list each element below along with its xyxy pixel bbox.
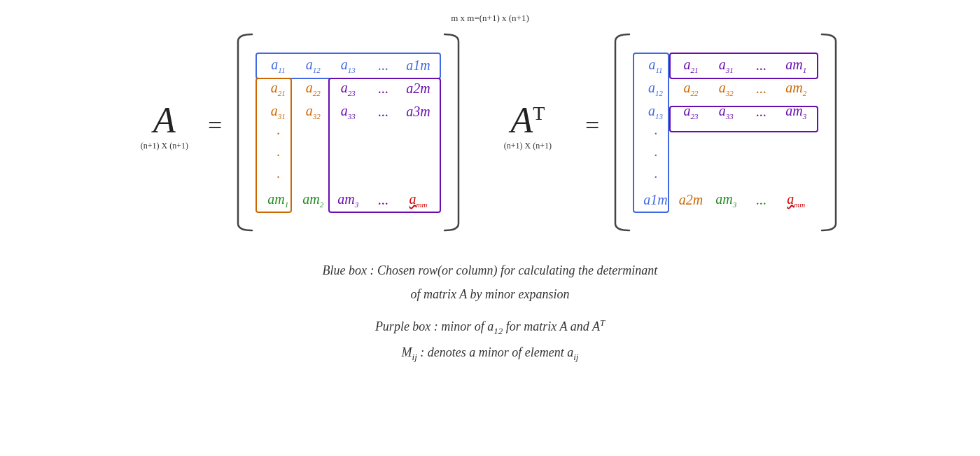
matrix-cell: a13 [640, 102, 671, 122]
matrix-a-bracket: a11a12a13...a1ma21a22a23...a2ma31a32a33.… [234, 31, 461, 234]
matrix-cell: · [640, 168, 671, 187]
matrix-cell: a12 [640, 78, 671, 99]
matrix-cell: am2 [298, 190, 328, 210]
matrix-cell: am3 [780, 102, 811, 122]
matrix-cell: a2m [676, 190, 706, 210]
matrix-cell [746, 146, 776, 165]
matrix-cell: am1 [262, 190, 293, 210]
matrix-cell: a12 [298, 55, 328, 76]
bracket-left-a [234, 31, 255, 234]
matrix-a-size: (n+1) X (n+1) [141, 141, 188, 151]
matrix-cell: · [640, 146, 671, 165]
matrix-cell: amm [780, 190, 811, 210]
matrix-cell: am3 [710, 190, 741, 210]
matrix-cell: ... [746, 102, 776, 122]
matrix-cell [332, 146, 363, 165]
legend-section: Blue box : Chosen row(or column) for cal… [323, 258, 658, 366]
matrix-cell [746, 125, 776, 144]
matrix-cell [298, 146, 328, 165]
matrix-at-bracket: a11a21a31...am1a12a22a32...am2a13a23a33.… [612, 31, 839, 234]
bracket-left-at [612, 31, 633, 234]
matrix-cell: a32 [298, 102, 328, 122]
main-container: m x m=(n+1) x (n+1) A (n+1) X (n+1) = [0, 0, 980, 456]
matrix-cell: · [262, 168, 293, 187]
matrix-cell: ... [368, 55, 398, 76]
matrix-cell [746, 168, 776, 187]
matrix-cell: a13 [332, 55, 363, 76]
matrix-cell: am1 [780, 55, 811, 76]
matrix-cell [710, 125, 741, 144]
matrix-cell: ... [368, 190, 398, 210]
matrix-cell: a3m [402, 102, 433, 122]
matrix-cell [780, 125, 811, 144]
matrix-cell: ... [746, 190, 776, 210]
matrix-a-content: a11a12a13...a1ma21a22a23...a2ma31a32a33.… [255, 47, 440, 219]
matrix-cell: a11 [262, 55, 293, 76]
bracket-right-at [818, 31, 839, 234]
matrix-cell [402, 168, 433, 187]
matrix-at-table: a11a21a31...am1a12a22a32...am2a13a23a33.… [636, 53, 816, 213]
at-label: AT [510, 99, 545, 141]
matrix-cell [710, 168, 741, 187]
matrix-cell: · [262, 146, 293, 165]
matrix-cell: · [262, 125, 293, 144]
matrix-cell [368, 146, 398, 165]
matrix-cell: amm [402, 190, 433, 210]
matrix-cell [332, 168, 363, 187]
matrix-cell [676, 146, 706, 165]
matrix-cell [332, 125, 363, 144]
matrix-at-content: a11a21a31...am1a12a22a32...am2a13a23a33.… [633, 47, 818, 219]
bracket-right-a [441, 31, 462, 234]
at-size: (n+1) X (n+1) [504, 141, 552, 151]
matrix-cell: a23 [676, 102, 706, 122]
equals-at: = [585, 111, 599, 154]
legend-purple-line: Purple box : minor of a12 for matrix A a… [323, 315, 658, 340]
matrix-cell [780, 146, 811, 165]
matrix-cell: am2 [780, 78, 811, 99]
matrix-cell: a23 [332, 78, 363, 99]
matrix-a-label: A [153, 99, 176, 141]
matrix-cell: a33 [332, 102, 363, 122]
matrix-cell: · [640, 125, 671, 144]
matrix-cell: ... [368, 102, 398, 122]
matrix-cell [368, 168, 398, 187]
legend-blue-line2: of matrix A by minor expansion [323, 282, 658, 306]
matrix-cell: ... [746, 55, 776, 76]
matrix-cell: a31 [710, 55, 741, 76]
matrix-cell [780, 168, 811, 187]
matrix-cell [402, 125, 433, 144]
matrix-a-table: a11a12a13...a1ma21a22a23...a2ma31a32a33.… [258, 53, 438, 213]
matrix-cell: a22 [676, 78, 706, 99]
matrix-cell: a21 [262, 78, 293, 99]
matrix-cell: a22 [298, 78, 328, 99]
matrix-a-label-group: A (n+1) X (n+1) [141, 99, 188, 165]
matrix-cell: a31 [262, 102, 293, 122]
matrix-cell: ... [368, 78, 398, 99]
legend-blue-line1: Blue box : Chosen row(or column) for cal… [323, 258, 658, 282]
matrix-cell: ... [746, 78, 776, 99]
matrix-cell: a2m [402, 78, 433, 99]
matrix-cell [676, 125, 706, 144]
matrix-cell: am3 [332, 190, 363, 210]
matrix-cell: a1m [402, 55, 433, 76]
top-annotation: m x m=(n+1) x (n+1) [451, 13, 529, 24]
matrix-cell [402, 146, 433, 165]
matrix-cell [298, 168, 328, 187]
matrix-cell [710, 146, 741, 165]
equals-a: = [208, 111, 222, 154]
matrix-cell: a33 [710, 102, 741, 122]
matrix-cell [298, 125, 328, 144]
matrix-cell: a32 [710, 78, 741, 99]
matrix-cell: a11 [640, 55, 671, 76]
matrix-cell [676, 168, 706, 187]
legend-mij-line: Mij : denotes a minor of element aij [323, 340, 658, 366]
matrices-row: A (n+1) X (n+1) = a11a12a13...a1ma21a22a… [0, 31, 980, 234]
matrix-cell [368, 125, 398, 144]
at-label-group: AT (n+1) X (n+1) [504, 99, 552, 151]
matrix-cell: a1m [640, 190, 671, 210]
matrix-cell: a21 [676, 55, 706, 76]
